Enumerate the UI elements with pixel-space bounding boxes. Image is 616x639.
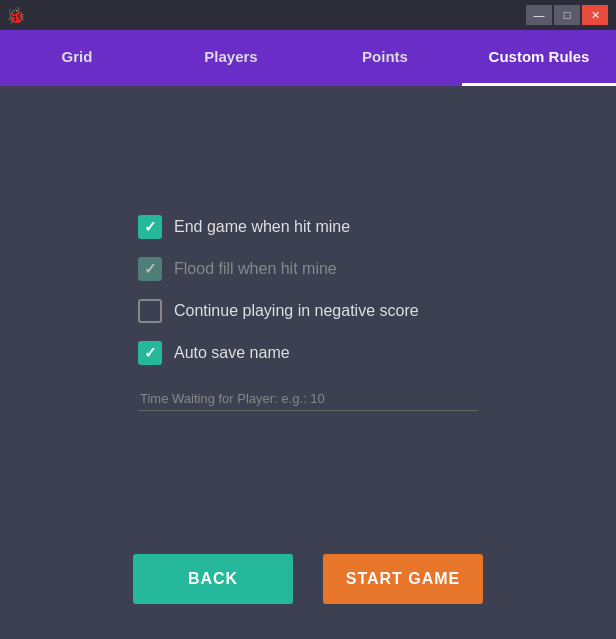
checkbox-flood-fill[interactable]: ✓: [138, 257, 162, 281]
time-waiting-input[interactable]: [138, 387, 478, 411]
title-bar: 🐞 — □ ✕: [0, 0, 616, 30]
back-button[interactable]: BACK: [133, 554, 293, 604]
checkbox-auto-save[interactable]: ✓: [138, 341, 162, 365]
buttons-area: BACK START GAME: [0, 539, 616, 639]
minimize-button[interactable]: —: [526, 5, 552, 25]
tab-players[interactable]: Players: [154, 30, 308, 86]
label-flood-fill: Flood fill when hit mine: [174, 260, 337, 278]
app-icon: 🐞: [8, 7, 24, 23]
checkbox-row-flood-fill: ✓ Flood fill when hit mine: [138, 257, 478, 281]
title-bar-controls: — □ ✕: [526, 5, 608, 25]
close-button[interactable]: ✕: [582, 5, 608, 25]
checkmark-auto-save: ✓: [144, 345, 157, 360]
main-content: ✓ End game when hit mine ✓ Flood fill wh…: [0, 86, 616, 539]
title-bar-left: 🐞: [8, 7, 24, 23]
checkmark-end-game: ✓: [144, 219, 157, 234]
label-auto-save: Auto save name: [174, 344, 290, 362]
tab-points[interactable]: Points: [308, 30, 462, 86]
tab-grid[interactable]: Grid: [0, 30, 154, 86]
checkbox-negative-score[interactable]: [138, 299, 162, 323]
checkbox-row-negative-score: Continue playing in negative score: [138, 299, 478, 323]
checkmark-flood-fill: ✓: [144, 261, 157, 276]
tab-custom-rules[interactable]: Custom Rules: [462, 30, 616, 86]
checkbox-end-game[interactable]: ✓: [138, 215, 162, 239]
time-input-row: [138, 387, 478, 411]
label-negative-score: Continue playing in negative score: [174, 302, 419, 320]
tab-bar: Grid Players Points Custom Rules: [0, 30, 616, 86]
options-container: ✓ End game when hit mine ✓ Flood fill wh…: [138, 215, 478, 411]
label-end-game: End game when hit mine: [174, 218, 350, 236]
checkbox-row-end-game: ✓ End game when hit mine: [138, 215, 478, 239]
checkbox-row-auto-save: ✓ Auto save name: [138, 341, 478, 365]
maximize-button[interactable]: □: [554, 5, 580, 25]
start-game-button[interactable]: START GAME: [323, 554, 483, 604]
